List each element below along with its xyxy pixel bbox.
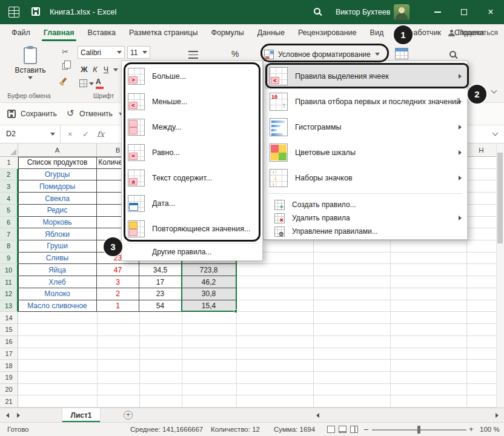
tab-Главная[interactable]: Главная	[37, 24, 81, 41]
cf-menu-item-color-scales[interactable]: Цветовые шкалы	[265, 140, 467, 165]
tab-Вставка[interactable]: Вставка	[81, 24, 122, 41]
quick-save-icon[interactable]	[31, 7, 40, 16]
hscroll-left-icon[interactable]	[316, 413, 319, 418]
bold-button[interactable]: Ж	[79, 64, 89, 75]
zoom-level[interactable]: 100 %	[480, 426, 500, 433]
cell-C11[interactable]: 17	[139, 276, 182, 288]
cell-B10[interactable]: 47	[97, 264, 139, 276]
row-header-6[interactable]: 6	[0, 217, 18, 229]
cf-menu-item-manage-rules[interactable]: ⚙Управление правилами...	[265, 225, 467, 238]
column-header-H[interactable]: H	[466, 144, 497, 157]
row-header-4[interactable]: 4	[0, 193, 18, 205]
undo-icon[interactable]: ↺	[67, 108, 75, 119]
submenu-item-equal-to[interactable]: =Равно...	[123, 140, 262, 165]
cut-button[interactable]: ✂	[62, 47, 68, 56]
row-header-5[interactable]: 5	[0, 205, 18, 217]
tab-Вид[interactable]: Вид	[363, 24, 391, 41]
percent-style-button[interactable]: %	[231, 49, 239, 59]
cell-A11[interactable]: Хлеб	[18, 276, 97, 288]
row-header-13[interactable]: 13	[0, 300, 18, 312]
row-header-20[interactable]: 20	[0, 384, 18, 396]
cell-D10[interactable]: 723,8	[182, 264, 236, 276]
cf-menu-item-icon-sets[interactable]: ↑→↓Наборы значков	[265, 165, 467, 191]
submenu-item-text-contains[interactable]: aТекст содержит...	[123, 165, 262, 191]
align-lines-icon[interactable]	[188, 51, 198, 59]
row-header-19[interactable]: 19	[0, 372, 18, 384]
sheet-tab-list1[interactable]: Лист1	[62, 408, 101, 422]
zoom-in-button[interactable]: +	[469, 424, 474, 434]
row-header-7[interactable]: 7	[0, 228, 18, 240]
paste-dropdown-icon[interactable]	[28, 76, 33, 79]
italic-button[interactable]: К	[90, 64, 100, 75]
view-page-layout-button[interactable]	[339, 426, 346, 433]
submenu-item-less-than[interactable]: <Меньше...	[123, 89, 262, 114]
submenu-item-more-rules[interactable]: Другие правила...	[123, 245, 262, 259]
row-header-15[interactable]: 15	[0, 324, 18, 336]
row-header-1[interactable]: 1	[0, 157, 18, 169]
sheet-nav-right-icon[interactable]	[17, 413, 20, 418]
cell-A6[interactable]: Морковь	[18, 217, 97, 229]
row-header-9[interactable]: 9	[0, 253, 18, 265]
format-as-table-icon[interactable]	[395, 48, 408, 59]
submenu-item-greater-than[interactable]: >Больше...	[123, 64, 262, 89]
close-button[interactable]: ×	[477, 0, 504, 24]
enter-icon[interactable]: ✓	[82, 130, 89, 139]
conditional-formatting-button[interactable]: Условное форматирование	[264, 47, 380, 62]
tab-Данные[interactable]: Данные	[251, 24, 291, 41]
underline-dropdown-icon[interactable]	[113, 68, 118, 71]
row-header-17[interactable]: 17	[0, 348, 18, 360]
cancel-icon[interactable]: ×	[68, 130, 73, 139]
cell-B11[interactable]: 3	[97, 276, 139, 288]
underline-button[interactable]: Ч	[101, 64, 111, 75]
cf-menu-item-highlight-cells-rules[interactable]: <Правила выделения ячеек	[265, 64, 467, 89]
vertical-scrollbar-thumb[interactable]	[497, 153, 503, 243]
cell-A5[interactable]: Редис	[18, 205, 97, 217]
hscroll-right-icon[interactable]	[496, 413, 499, 418]
ribbon-collapse-chevron[interactable]	[492, 88, 496, 93]
cell-A3[interactable]: Помидоры	[18, 180, 97, 193]
cf-menu-item-top-bottom-rules[interactable]: 10↑Правила отбора первых и последних зна…	[265, 89, 467, 114]
cell-C10[interactable]: 34,5	[139, 264, 182, 276]
name-box[interactable]: D2	[0, 125, 61, 143]
undo-label[interactable]: Отменить	[79, 110, 113, 118]
column-header-A[interactable]: A	[18, 144, 97, 157]
view-normal-button[interactable]	[327, 426, 335, 433]
cell-A12[interactable]: Молоко	[18, 288, 97, 300]
select-all-corner[interactable]	[0, 144, 18, 157]
row-header-16[interactable]: 16	[0, 336, 18, 348]
cell-D11[interactable]: 46,2	[182, 276, 236, 288]
font-color-button[interactable]: А	[96, 78, 104, 89]
copy-button[interactable]	[62, 63, 68, 70]
submenu-item-date-occurring[interactable]: Дата...	[123, 191, 262, 216]
cell-A4[interactable]: Свекла	[18, 193, 97, 205]
share-button[interactable]: Поделиться	[448, 28, 498, 37]
row-header-12[interactable]: 12	[0, 288, 18, 300]
tab-Файл[interactable]: Файл	[5, 24, 37, 41]
font-name-combo[interactable]: Calibri	[78, 46, 125, 59]
zoom-out-button[interactable]: −	[363, 424, 368, 434]
borders-dropdown-icon[interactable]	[89, 82, 94, 85]
row-header-10[interactable]: 10	[0, 264, 18, 276]
cell-A7[interactable]: Яблоки	[18, 228, 97, 240]
tab-Рецензирование[interactable]: Рецензирование	[291, 24, 363, 41]
tab-Разметка страницы[interactable]: Разметка страницы	[122, 24, 204, 41]
submenu-item-duplicate-values[interactable]: Повторяющиеся значения...	[123, 216, 262, 242]
format-painter-button[interactable]	[63, 78, 65, 83]
find-button[interactable]	[449, 51, 456, 58]
cell-D13[interactable]: 15,4	[182, 300, 236, 312]
fx-icon[interactable]: fx	[97, 130, 104, 139]
row-header-8[interactable]: 8	[0, 240, 18, 253]
row-header-18[interactable]: 18	[0, 360, 18, 372]
cell-C12[interactable]: 23	[139, 288, 182, 300]
cell-A1[interactable]: Список продуктов	[18, 157, 97, 169]
paste-button[interactable]: Вставить	[5, 45, 56, 93]
search-icon[interactable]	[314, 8, 320, 15]
row-header-21[interactable]: 21	[0, 395, 18, 408]
cf-menu-item-clear-rules[interactable]: ×Удалить правила	[265, 211, 467, 225]
cell-C13[interactable]: 54	[139, 300, 182, 312]
row-header-3[interactable]: 3	[0, 180, 18, 193]
add-sheet-button[interactable]: +	[124, 411, 133, 420]
formula-bar-expand-chevron[interactable]	[493, 131, 497, 135]
cf-menu-item-new-rule[interactable]: +Создать правило...	[265, 198, 467, 211]
cell-A8[interactable]: Груши	[18, 240, 97, 253]
